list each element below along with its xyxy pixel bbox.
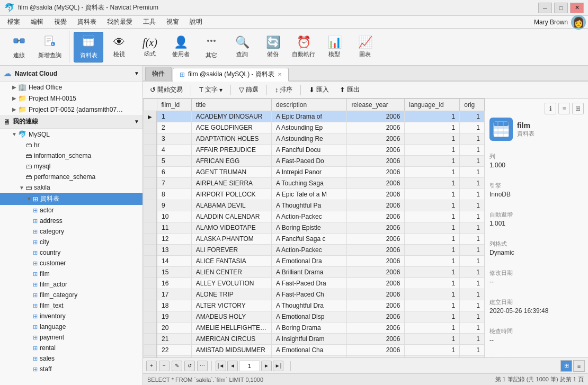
col-release-year[interactable]: release_year <box>347 99 405 111</box>
connect-button[interactable]: 連線 <box>4 32 34 62</box>
table-row[interactable]: 18ALTER VICTORYA Thoughtful Dra200611 <box>144 300 485 311</box>
sidebar-item-category[interactable]: ⊞ category <box>0 226 142 237</box>
col-film-id[interactable]: film_id <box>157 99 191 111</box>
col-orig[interactable]: orig <box>460 99 485 111</box>
navicat-cloud-header[interactable]: ☁ Navicat Cloud ▼ <box>0 66 142 82</box>
table-row[interactable]: 14ALICE FANTASIAA Emotional Dra200611 <box>144 256 485 267</box>
sidebar-item-address[interactable]: ⊞ address <box>0 216 142 226</box>
rp-info-button[interactable]: ℹ <box>545 103 556 114</box>
filter-button[interactable]: ▽ 篩選 <box>235 84 262 96</box>
sidebar-item-head-office[interactable]: ▶ 🏢 Head Office <box>0 82 142 93</box>
table-row[interactable]: 5AFRICAN EGGA Fast-Paced Do200611 <box>144 156 485 167</box>
sidebar-item-hr[interactable]: 🗃 hr <box>0 140 142 150</box>
tab-film-table[interactable]: ⊞ film @sakila (MySQL) - 資料表 ✕ <box>173 68 289 82</box>
minimize-button[interactable]: ─ <box>538 3 552 13</box>
sidebar-item-staff[interactable]: ⊞ staff <box>0 364 142 374</box>
col-language-id[interactable]: language_id <box>405 99 460 111</box>
delete-row-button[interactable]: − <box>159 361 170 371</box>
table-row[interactable]: 13ALI FOREVERA Action-Packec200611 <box>144 245 485 256</box>
begin-tx-button[interactable]: ↺ 開始交易 <box>146 84 186 96</box>
more-button[interactable]: ⋯ <box>197 361 208 371</box>
backup-tool-button[interactable]: 🔄 備份 <box>258 32 288 62</box>
sort-button[interactable]: ↕ 排序 <box>271 84 297 96</box>
sidebar-item-film[interactable]: ⊞ film <box>0 268 142 279</box>
data-table-wrap[interactable]: film_id title description release_year l… <box>143 99 485 357</box>
table-row[interactable]: 12ALASKA PHANTOMA Fanciful Saga c200611 <box>144 234 485 245</box>
table-row[interactable]: 3ADAPTATION HOLESA Astounding Re200611 <box>144 133 485 145</box>
first-page-button[interactable]: |◄ <box>216 361 226 371</box>
table-row[interactable]: 20AMELIE HELLFIGHTERSA Boring Drama20061… <box>144 323 485 334</box>
last-page-button[interactable]: ►| <box>273 361 283 371</box>
menu-tools[interactable]: 工具 <box>138 16 161 28</box>
export-button[interactable]: ⬆ 匯出 <box>336 84 363 96</box>
menu-file[interactable]: 檔案 <box>2 16 25 28</box>
table-row[interactable]: 22AMISTAD MIDSUMMERA Emotional Cha200611 <box>144 345 485 356</box>
col-title[interactable]: title <box>191 99 271 111</box>
schedule-tool-button[interactable]: ⏰ 自動執行 <box>289 32 318 62</box>
sidebar-item-project-mh[interactable]: ▶ 📁 Project MH-0015 <box>0 93 142 104</box>
sidebar-item-country[interactable]: ⊞ country <box>0 247 142 258</box>
tab-objects[interactable]: 物件 <box>145 67 172 80</box>
text-button[interactable]: T 文字 ▾ <box>195 84 226 96</box>
sidebar-item-project-dt[interactable]: ▶ 📁 Project DT-0052 (adamsmith071982@ <box>0 104 142 115</box>
grid-view-button[interactable]: ⊞ <box>560 360 572 372</box>
edit-row-button[interactable]: ✎ <box>172 361 182 371</box>
maximize-button[interactable]: □ <box>554 3 568 13</box>
sidebar-item-mysql-db[interactable]: 🗃 mysql <box>0 161 142 172</box>
table-row[interactable]: 15ALIEN CENTERA Brilliant Drama200611 <box>144 267 485 278</box>
table-row[interactable]: 16ALLEY EVOLUTIONA Fast-Paced Dra200611 <box>144 278 485 289</box>
menu-help[interactable]: 說明 <box>184 16 208 28</box>
sidebar-item-inventory[interactable]: ⊞ inventory <box>0 311 142 321</box>
tab-close-button[interactable]: ✕ <box>278 71 282 77</box>
table-row[interactable]: 9ALABAMA DEVILA Thoughtful Pa200611 <box>144 200 485 211</box>
table-row[interactable]: 21AMERICAN CIRCUSA Insightful Dram200611 <box>144 334 485 345</box>
sidebar-item-sakila[interactable]: ▼ 🗃 sakila <box>0 182 142 193</box>
close-button[interactable]: ✕ <box>570 3 584 13</box>
rp-grid-button[interactable]: ⊞ <box>572 103 584 114</box>
table-row[interactable]: 10ALADDIN CALENDARA Action-Packec200611 <box>144 211 485 222</box>
col-description[interactable]: description <box>272 99 347 111</box>
form-view-button[interactable]: ≡ <box>573 360 585 372</box>
my-connections-header[interactable]: 🖥 我的連線 ▼ <box>0 115 142 129</box>
sidebar-item-city[interactable]: ⊞ city <box>0 237 142 247</box>
sidebar-item-language[interactable]: ⊞ language <box>0 321 142 332</box>
sidebar-item-tables[interactable]: ▼ ⊞ 資料表 <box>0 193 142 205</box>
menu-view[interactable]: 視覺 <box>49 16 72 28</box>
table-row[interactable]: 2ACE GOLDFINGERA Astounding Ep200611 <box>144 122 485 133</box>
function-tool-button[interactable]: f(x) 函式 <box>135 32 165 62</box>
prev-page-button[interactable]: ◄ <box>227 361 238 371</box>
sidebar-item-film-text[interactable]: ⊞ film_text <box>0 300 142 311</box>
sidebar-item-rental[interactable]: ⊞ rental <box>0 343 142 353</box>
table-row[interactable]: ▶1ACADEMY DINOSAURA Epic Drama of200611 <box>144 111 485 122</box>
table-row[interactable]: 11ALAMO VIDEOTAPEA Boring Epistle200611 <box>144 222 485 234</box>
sidebar-item-customer[interactable]: ⊞ customer <box>0 258 142 268</box>
menu-table[interactable]: 資料表 <box>72 16 102 28</box>
table-row[interactable]: 8AIRPORT POLLOCKA Epic Tale of a M200611 <box>144 189 485 200</box>
view-tool-button[interactable]: 👁 檢視 <box>104 32 134 62</box>
next-page-button[interactable]: ► <box>261 361 272 371</box>
menu-favorites[interactable]: 我的最愛 <box>102 16 138 28</box>
sidebar-item-payment[interactable]: ⊞ payment <box>0 332 142 343</box>
table-tool-button[interactable]: 資料表 <box>74 32 103 62</box>
sidebar-item-actor[interactable]: ⊞ actor <box>0 205 142 216</box>
table-row[interactable]: 6AGENT TRUMANA Intrepid Panor200611 <box>144 167 485 178</box>
sidebar-item-film-category[interactable]: ⊞ film_category <box>0 290 142 300</box>
add-row-button[interactable]: + <box>146 361 157 371</box>
table-row[interactable]: 4AFFAIR PREJUDICEA Fanciful Docu200611 <box>144 145 485 156</box>
sidebar-item-sales[interactable]: ⊞ sales <box>0 353 142 364</box>
sidebar-item-performance-schema[interactable]: 🗃 performance_schema <box>0 172 142 182</box>
table-row[interactable]: 7AIRPLANE SIERRAA Touching Saga200611 <box>144 178 485 189</box>
rp-list-button[interactable]: ≡ <box>558 103 570 114</box>
table-row[interactable]: 17ALONE TRIPA Fast-Paced Ch200611 <box>144 289 485 300</box>
import-button[interactable]: ⬇ 匯入 <box>305 84 333 96</box>
table-row[interactable]: 19AMADEUS HOLYA Emotional Disp200611 <box>144 311 485 323</box>
window-controls[interactable]: ─ □ ✕ <box>538 3 584 13</box>
menu-window[interactable]: 視窗 <box>161 16 184 28</box>
page-input[interactable] <box>239 361 260 371</box>
table-row[interactable]: 23ANACONDA CONFESSIONSA Lacklustre Dis20… <box>144 356 485 358</box>
chart-tool-button[interactable]: 📈 圖表 <box>350 32 380 62</box>
refresh-button[interactable]: ↺ <box>184 361 195 371</box>
sidebar-item-film-actor[interactable]: ⊞ film_actor <box>0 279 142 290</box>
query-tool-button[interactable]: 🔍 查詢 <box>227 32 257 62</box>
menu-edit[interactable]: 編輯 <box>25 16 49 28</box>
